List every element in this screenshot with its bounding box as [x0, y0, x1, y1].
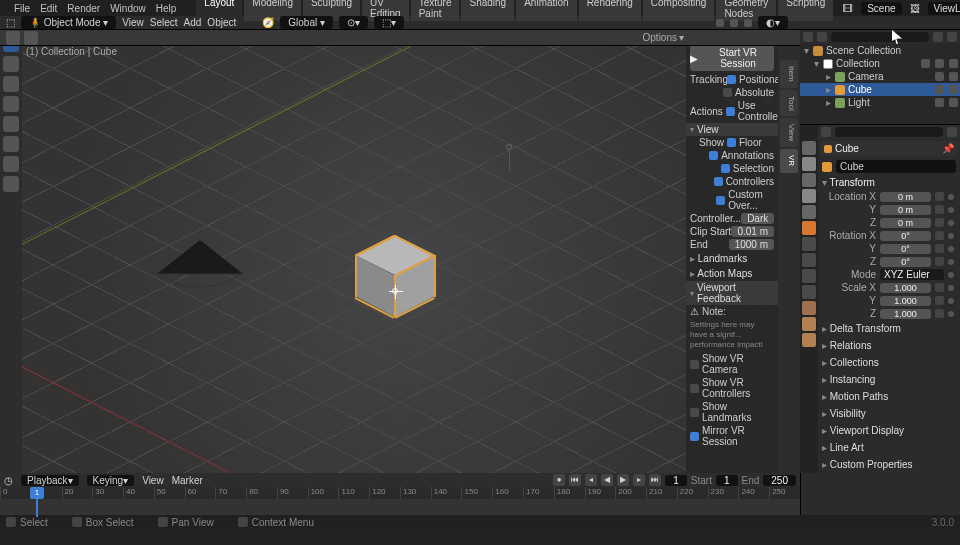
play-button[interactable]: ▶ [617, 474, 629, 486]
object-camera[interactable] [155, 238, 245, 290]
tool-cursor[interactable] [3, 56, 19, 72]
menu-file[interactable]: File [14, 3, 30, 14]
lock-location-y[interactable] [935, 205, 944, 214]
ntab-vr[interactable]: VR [780, 149, 798, 172]
absolute-checkbox[interactable] [723, 88, 732, 97]
scale-x-field[interactable]: 1.000 [880, 283, 931, 293]
ntab-item[interactable]: Item [780, 60, 798, 88]
collection-visible-toggle[interactable] [935, 59, 944, 68]
tab-rendering[interactable]: Rendering [579, 0, 641, 21]
editor-type-icon[interactable]: ⬚ [6, 17, 15, 28]
timeline-editor-type-icon[interactable]: ◷ [4, 475, 13, 486]
outliner-filter-icon[interactable] [933, 32, 943, 42]
menu-window[interactable]: Window [110, 3, 146, 14]
jump-start-button[interactable]: ⏮ [569, 474, 581, 486]
properties-editor-type-icon[interactable] [821, 127, 831, 137]
start-frame-field[interactable]: 1 [716, 475, 738, 486]
outliner-collection[interactable]: ▾Collection [800, 57, 960, 70]
prop-tab-world[interactable] [802, 205, 816, 219]
rotation-mode-select[interactable]: XYZ Euler [880, 269, 944, 280]
collection-render-toggle[interactable] [949, 59, 958, 68]
menu-view3d-view[interactable]: View [122, 17, 144, 28]
scale-z-field[interactable]: 1.000 [880, 309, 931, 319]
outliner-item-cube[interactable]: ▸Cube [800, 83, 960, 96]
tool-transform[interactable] [3, 136, 19, 152]
section-delta-transform[interactable]: Delta Transform [818, 320, 960, 337]
prop-tab-material[interactable] [802, 317, 816, 331]
properties-breadcrumb[interactable]: Cube📌 [820, 141, 958, 156]
prop-tab-physics[interactable] [802, 269, 816, 283]
play-reverse-button[interactable]: ◀ [601, 474, 613, 486]
mode-selector[interactable]: 🧍 Object Mode ▾ [21, 16, 116, 29]
select-mode-icon[interactable] [6, 31, 20, 45]
options-label[interactable]: Options [643, 32, 677, 43]
section-view[interactable]: View [686, 123, 778, 136]
controller-style-select[interactable]: Dark [741, 213, 774, 224]
lock-scale-y[interactable] [935, 296, 944, 305]
timeline-keying-menu[interactable]: Keying▾ [87, 475, 135, 486]
outliner-search[interactable] [831, 32, 929, 42]
clip-start-field[interactable]: 0.01 m [731, 226, 774, 237]
positional-checkbox[interactable] [727, 75, 736, 84]
tab-shading[interactable]: Shading [461, 0, 514, 21]
rotation-y-field[interactable]: 0° [880, 244, 931, 254]
prop-tab-constraints[interactable] [802, 285, 816, 299]
menu-view3d-select[interactable]: Select [150, 17, 178, 28]
section-viewport-display[interactable]: Viewport Display [818, 422, 960, 439]
section-motion-paths[interactable]: Motion Paths [818, 388, 960, 405]
properties-pin-icon[interactable] [947, 127, 957, 137]
show-landmarks-checkbox[interactable] [690, 408, 699, 417]
timeline-view-menu[interactable]: View [142, 475, 164, 486]
timeline-ruler[interactable]: 0102030405060708090100110120130140150160… [0, 487, 800, 499]
xray-toggle[interactable] [744, 19, 752, 27]
show-vr-camera-checkbox[interactable] [690, 360, 699, 369]
outliner-display-mode[interactable] [817, 32, 827, 42]
viewport-3d[interactable]: Options▾ User Perspective (1) Collection… [0, 30, 800, 473]
playhead[interactable]: 1 [30, 487, 44, 499]
end-frame-field[interactable]: 250 [763, 475, 796, 486]
location-y-field[interactable]: 0 m [880, 205, 931, 215]
section-visibility[interactable]: Visibility [818, 405, 960, 422]
rotation-x-field[interactable]: 0° [880, 231, 931, 241]
menu-edit[interactable]: Edit [40, 3, 57, 14]
show-annotations-checkbox[interactable] [709, 151, 718, 160]
timeline-playback-menu[interactable]: Playback▾ [21, 475, 79, 486]
show-controllers-checkbox[interactable] [714, 177, 723, 186]
autokey-button[interactable]: ● [553, 474, 565, 486]
prop-tab-viewlayer[interactable] [802, 173, 816, 187]
outliner-item-camera[interactable]: ▸Camera [800, 70, 960, 83]
object-light[interactable] [506, 144, 512, 150]
overlay-toggle[interactable] [730, 19, 738, 27]
scale-y-field[interactable]: 1.000 [880, 296, 931, 306]
snap-selector[interactable]: ⬚▾ [374, 16, 404, 29]
lock-location-z[interactable] [935, 218, 944, 227]
rotation-z-field[interactable]: 0° [880, 257, 931, 267]
ntab-tool[interactable]: Tool [780, 90, 798, 117]
start-vr-session-button[interactable]: ▶Start VR Session [690, 45, 774, 71]
outliner-editor-type-icon[interactable] [803, 32, 813, 42]
lock-rotation-x[interactable] [935, 231, 944, 240]
prop-tab-particles[interactable] [802, 253, 816, 267]
clip-end-field[interactable]: 1000 m [729, 239, 774, 250]
timeline-track[interactable]: 0102030405060708090100110120130140150160… [0, 487, 800, 515]
shading-selector[interactable]: ◐▾ [758, 16, 788, 29]
current-frame-field[interactable]: 1 [665, 475, 687, 486]
prop-tab-scene[interactable] [802, 189, 816, 203]
mirror-vr-session-checkbox[interactable] [690, 432, 699, 441]
lock-scale-z[interactable] [935, 309, 944, 318]
orientation-selector[interactable]: Global ▾ [280, 16, 333, 29]
scene-selector[interactable]: Scene [861, 2, 901, 15]
prop-tab-modifier[interactable] [802, 237, 816, 251]
outliner-scene-collection[interactable]: ▾Scene Collection [800, 44, 960, 57]
section-viewport-feedback[interactable]: Viewport Feedback [686, 281, 778, 305]
prop-tab-render[interactable] [802, 141, 816, 155]
menu-render[interactable]: Render [67, 3, 100, 14]
tool-measure[interactable] [3, 176, 19, 192]
section-custom-properties[interactable]: Custom Properties [818, 456, 960, 473]
tool-move[interactable] [3, 76, 19, 92]
object-name-field[interactable]: Cube [836, 160, 956, 173]
section-action-maps[interactable]: Action Maps [686, 266, 778, 281]
prop-tab-object[interactable] [802, 221, 816, 235]
location-x-field[interactable]: 0 m [880, 192, 931, 202]
use-controller-checkbox[interactable] [726, 107, 735, 116]
